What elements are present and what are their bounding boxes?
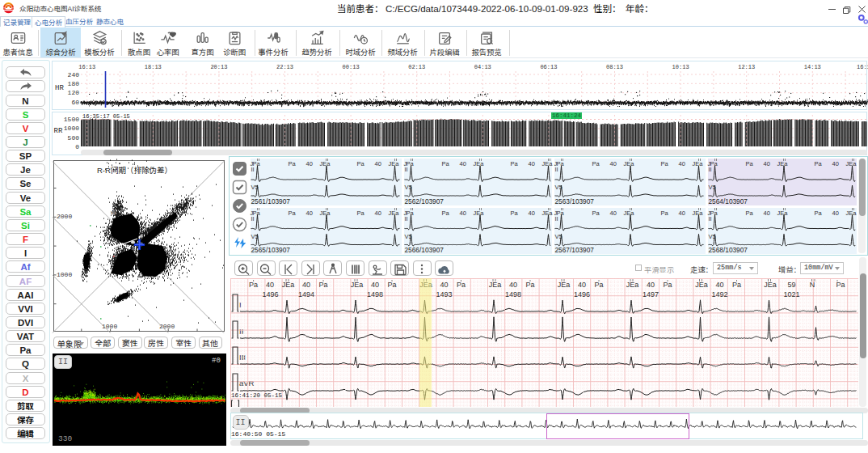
svg-text:Pa: Pa — [732, 281, 741, 289]
svg-text:JEa: JEa — [695, 281, 708, 289]
svg-text:JEa: JEa — [282, 281, 295, 289]
svg-text:1492: 1492 — [711, 290, 727, 298]
svg-text:★: ★ — [110, 208, 117, 217]
svg-text:1498: 1498 — [505, 290, 521, 298]
svg-text:Pa: Pa — [457, 281, 466, 289]
svg-text:1497: 1497 — [643, 290, 659, 298]
svg-text:1496: 1496 — [262, 290, 278, 298]
svg-text:59: 59 — [787, 281, 795, 289]
svg-text:JEa: JEa — [558, 281, 571, 289]
svg-text:40: 40 — [647, 281, 655, 289]
svg-text:Pa: Pa — [387, 281, 396, 289]
svg-text:40: 40 — [266, 281, 274, 289]
svg-text:40: 40 — [302, 281, 310, 289]
svg-text:Pa: Pa — [836, 281, 845, 289]
svg-text:Pa: Pa — [318, 281, 327, 289]
svg-text:N: N — [810, 281, 815, 289]
svg-text:Pa: Pa — [594, 281, 603, 289]
svg-text:40: 40 — [715, 281, 723, 289]
svg-text:JEa: JEa — [626, 281, 639, 289]
svg-text:Pa: Pa — [663, 281, 672, 289]
svg-text:Pa: Pa — [525, 281, 534, 289]
svg-text:40: 40 — [509, 281, 517, 289]
svg-text:JEa: JEa — [489, 281, 502, 289]
svg-text:JEa: JEa — [351, 281, 364, 289]
svg-text:1496: 1496 — [574, 290, 590, 298]
svg-text:1493: 1493 — [436, 290, 452, 298]
svg-text:JEa: JEa — [764, 281, 777, 289]
svg-text:40: 40 — [371, 281, 379, 289]
svg-text:Pa: Pa — [249, 281, 258, 289]
svg-text:40: 40 — [578, 281, 586, 289]
svg-text:40: 40 — [440, 281, 448, 289]
svg-text:1021: 1021 — [783, 290, 799, 298]
svg-text:1498: 1498 — [367, 290, 383, 298]
svg-text:1494: 1494 — [298, 290, 314, 298]
